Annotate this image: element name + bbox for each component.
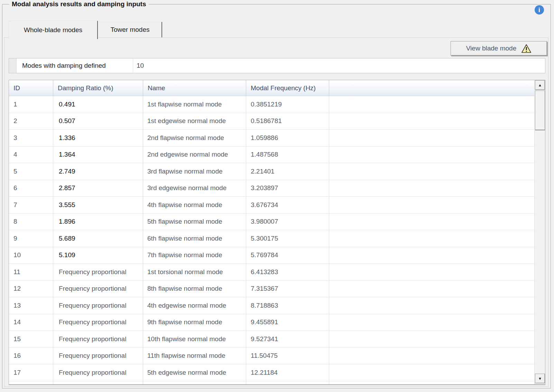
damping-ratio-cell[interactable]: 1.336 (53, 130, 143, 146)
damping-ratio-cell[interactable]: 2.749 (53, 163, 143, 180)
column-header-filler (329, 80, 534, 96)
mode-name-cell: 4th edgewise normal mode (143, 297, 246, 314)
modal-frequency-cell: 7.315367 (246, 281, 329, 297)
modal-frequency-cell: 5.300175 (246, 230, 329, 247)
modes-table: ID Damping Ratio (%) Name Modal Frequenc… (9, 80, 545, 385)
filler-cell (329, 96, 534, 113)
damping-ratio-cell[interactable]: 1.364 (53, 147, 143, 163)
damping-ratio-cell[interactable]: Frequency proportional (53, 348, 143, 364)
row-id-cell: 13 (9, 297, 53, 314)
table-row: 15Frequency proportional10th flapwise no… (9, 331, 534, 348)
row-id-cell: 14 (9, 314, 53, 331)
mode-name-cell: 5th edgewise normal mode (143, 364, 246, 381)
view-blade-mode-button[interactable]: View blade mode (451, 41, 547, 56)
table-row: 16Frequency proportional11th flapwise no… (9, 348, 534, 365)
damping-ratio-cell[interactable]: Frequency proportional (53, 314, 143, 331)
damping-ratio-cell[interactable]: Frequency proportional (53, 331, 143, 347)
info-icon[interactable]: i (535, 5, 544, 15)
modal-frequency-cell: 6.413283 (246, 264, 329, 280)
row-id-cell: 10 (9, 247, 53, 264)
mode-name-cell (143, 381, 246, 385)
table-row: 105.1097th flapwise normal mode5.769784 (9, 247, 534, 264)
modal-frequency-cell (246, 381, 329, 385)
modes-table-main: ID Damping Ratio (%) Name Modal Frequenc… (9, 80, 534, 384)
mode-name-cell: 1st edgewise normal mode (143, 113, 246, 130)
damping-ratio-cell[interactable]: 0.491 (53, 96, 143, 113)
scrollbar-up-button[interactable]: ▲ (535, 80, 545, 90)
filler-cell (329, 264, 534, 280)
filler-cell (329, 381, 534, 385)
vertical-scrollbar[interactable]: ▲ ▼ (534, 80, 545, 384)
mode-name-cell: 5th flapwise normal mode (143, 214, 246, 230)
table-row: 73.5554th flapwise normal mode3.676734 (9, 197, 534, 214)
damping-ratio-cell[interactable]: 5.689 (53, 230, 143, 247)
modes-with-damping-value[interactable]: 10 (133, 58, 545, 73)
mode-name-cell: 4th flapwise normal mode (143, 197, 246, 213)
row-id-cell: 17 (9, 364, 53, 381)
table-body: 10.4911st flapwise normal mode0.38512192… (9, 96, 534, 384)
tab-tower-modes[interactable]: Tower modes (99, 22, 162, 37)
column-header-damping-ratio: Damping Ratio (%) (53, 80, 143, 96)
damping-ratio-cell[interactable]: 1.896 (53, 214, 143, 230)
damping-ratio-cell[interactable]: 5.109 (53, 247, 143, 264)
row-id-cell: 15 (9, 331, 53, 347)
filler-cell (329, 197, 534, 213)
tab-whole-blade-modes[interactable]: Whole-blade modes (9, 21, 98, 39)
filler-cell (329, 331, 534, 347)
modal-frequency-cell: 3.676734 (246, 197, 329, 213)
warning-icon (521, 44, 532, 53)
filler-cell (329, 163, 534, 180)
damping-ratio-cell (53, 381, 143, 385)
damping-ratio-cell[interactable]: 2.857 (53, 180, 143, 197)
filler-cell (329, 230, 534, 247)
column-header-name: Name (143, 80, 246, 96)
modal-frequency-cell: 12.21184 (246, 364, 329, 381)
damping-ratio-cell[interactable]: Frequency proportional (53, 264, 143, 280)
filler-cell (329, 147, 534, 163)
filler-cell (329, 130, 534, 146)
damping-ratio-cell[interactable]: 0.507 (53, 113, 143, 130)
table-row: 10.4911st flapwise normal mode0.3851219 (9, 96, 534, 113)
modal-frequency-cell: 8.718863 (246, 297, 329, 314)
table-row: 14Frequency proportional9th flapwise nor… (9, 314, 534, 331)
modal-frequency-cell: 0.3851219 (246, 96, 329, 113)
row-id-cell: 4 (9, 147, 53, 163)
table-row: 31.3362nd flapwise normal mode1.059886 (9, 130, 534, 147)
table-row: 13Frequency proportional4th edgewise nor… (9, 297, 534, 314)
filler-cell (329, 281, 534, 297)
filler-cell (329, 113, 534, 130)
mode-name-cell: 8th flapwise normal mode (143, 281, 246, 297)
table-row (9, 381, 534, 385)
modal-frequency-cell: 3.980007 (246, 214, 329, 230)
table-row: 12Frequency proportional8th flapwise nor… (9, 281, 534, 298)
table-header-row: ID Damping Ratio (%) Name Modal Frequenc… (9, 80, 534, 96)
damping-ratio-cell[interactable]: Frequency proportional (53, 297, 143, 314)
row-id-cell: 11 (9, 264, 53, 280)
mode-name-cell: 11th flapwise normal mode (143, 348, 246, 364)
row-id-cell: 12 (9, 281, 53, 297)
modal-frequency-cell: 1.059886 (246, 130, 329, 146)
row-selector-cell (9, 58, 17, 73)
filler-cell (329, 180, 534, 197)
scrollbar-down-button[interactable]: ▼ (535, 374, 545, 383)
damping-ratio-cell[interactable]: Frequency proportional (53, 281, 143, 297)
row-id-cell: 16 (9, 348, 53, 364)
mode-name-cell: 3rd flapwise normal mode (143, 163, 246, 180)
mode-name-cell: 10th flapwise normal mode (143, 331, 246, 347)
row-id-cell: 7 (9, 197, 53, 213)
tab-label: Whole-blade modes (24, 26, 82, 34)
row-id-cell: 8 (9, 214, 53, 230)
row-id-cell (9, 381, 53, 385)
column-header-id: ID (9, 80, 53, 96)
modal-frequency-cell: 5.769784 (246, 247, 329, 264)
view-blade-mode-label: View blade mode (466, 45, 516, 52)
tab-label: Tower modes (111, 26, 150, 34)
mode-name-cell: 3rd edgewise normal mode (143, 180, 246, 197)
mode-name-cell: 9th flapwise normal mode (143, 314, 246, 331)
scrollbar-thumb[interactable] (535, 91, 545, 130)
mode-name-cell: 1st torsional normal mode (143, 264, 246, 280)
table-row: 95.6896th flapwise normal mode5.300175 (9, 230, 534, 247)
table-row: 81.8965th flapwise normal mode3.980007 (9, 214, 534, 231)
damping-ratio-cell[interactable]: Frequency proportional (53, 364, 143, 381)
damping-ratio-cell[interactable]: 3.555 (53, 197, 143, 213)
